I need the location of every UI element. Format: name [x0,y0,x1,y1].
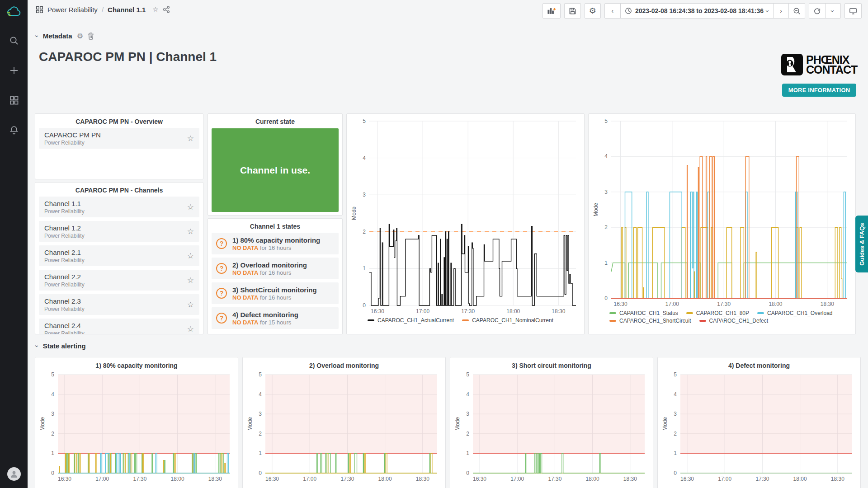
state-item[interactable]: ?4) Defect monitoringNO DATA for 15 hour… [212,307,339,329]
panel-title[interactable]: 1) 80% capacity monitoring [39,360,234,370]
channels-list: Channel 1.1Power Reliability☆Channel 1.2… [39,197,199,334]
list-item[interactable]: CAPAROC PM PNPower Reliability☆ [39,128,199,149]
add-panel-button[interactable] [543,4,560,18]
user-icon [9,469,19,479]
breadcrumb-dashboard[interactable]: Channel 1.1 [108,6,146,14]
svg-text:0: 0 [259,470,262,476]
star-icon[interactable]: ☆ [187,202,194,212]
svg-text:0: 0 [604,295,608,301]
row-delete-button[interactable] [88,33,94,40]
svg-text:17:00: 17:00 [303,476,316,482]
row-title-state-alerting[interactable]: State alerting [43,342,86,350]
panel-title[interactable]: 3) Short circuit monitoring [454,360,649,370]
add-panel-icon [547,7,556,15]
legend-item[interactable]: CAPAROC_CH1_Defect [699,318,769,324]
sidebar-item-search[interactable] [5,32,23,50]
refresh-interval-dropdown[interactable]: › [825,4,840,18]
dashboard-settings-button[interactable]: ⚙ [585,4,600,18]
svg-text:16:30: 16:30 [58,476,71,482]
states-chart[interactable]: 01234516:3017:0017:3018:0018:30Mode [592,117,852,309]
row-settings-button[interactable]: ⚙ [77,32,83,40]
refresh-button[interactable] [809,4,825,18]
app-logo[interactable] [5,5,23,20]
capacity-chart[interactable]: 01234516:3017:0017:3018:0018:30Mode [39,370,234,484]
favorite-star-button[interactable]: ☆ [152,5,158,14]
sidebar-item-dashboards[interactable] [5,91,23,109]
share-button[interactable] [163,6,170,13]
star-icon[interactable]: ☆ [187,324,194,334]
svg-text:1: 1 [466,450,469,456]
list-item[interactable]: Channel 1.2Power Reliability☆ [39,221,199,242]
defect-chart[interactable]: 01234516:3017:0017:3018:0018:30Mode [661,370,857,484]
sidebar-item-create[interactable] [5,61,23,80]
svg-text:17:30: 17:30 [717,301,731,307]
time-shift-forward-button[interactable]: › [773,4,788,18]
panel-title[interactable]: Channel 1 states [212,221,339,233]
current-chart[interactable]: 01234516:3017:0017:3018:0018:30Mode [350,117,580,316]
state-item[interactable]: ?3) ShortCircuit monitoringNO DATA for 1… [212,282,339,304]
header-toolbar: ⚙ ‹ 2023-02-08 16:24:38 to 2023-02-08 18… [542,3,862,19]
guides-faqs-tab[interactable]: Guides & FAQs [855,216,868,272]
svg-text:18:30: 18:30 [416,476,429,482]
svg-text:Mode: Mode [593,203,599,216]
overload-chart[interactable]: 01234516:3017:0017:3018:0018:30Mode [246,370,442,484]
legend-item[interactable]: CAPAROC_CH1_ShortCircuit [609,318,691,324]
panel-channel-states: Channel 1 states ?1) 80% capacity monito… [208,218,343,334]
list-item-text: Channel 2.2Power Reliability [44,273,85,288]
legend-item[interactable]: CAPAROC_CH1_ActualCurrent [368,317,454,324]
time-range-picker[interactable]: 2023-02-08 16:24:38 to 2023-02-08 18:41:… [620,4,773,18]
list-item[interactable]: Channel 1.1Power Reliability☆ [39,197,199,217]
list-item[interactable]: Channel 2.4Power Reliability☆ [39,319,199,334]
collapse-chevron-icon[interactable]: › [33,345,41,347]
list-item[interactable]: Channel 2.3Power Reliability☆ [39,294,199,315]
time-shift-back-button[interactable]: ‹ [605,4,620,18]
svg-text:5: 5 [363,118,366,124]
legend-item[interactable]: CAPAROC_CH1_NominalCurrent [462,317,553,324]
svg-text:3: 3 [259,411,262,417]
row-title-metadata[interactable]: Metadata [43,32,72,40]
legend-item[interactable]: CAPAROC_CH1_Overload [757,310,833,316]
star-icon[interactable]: ☆ [187,251,194,261]
svg-text:2: 2 [604,224,608,230]
star-icon[interactable]: ☆ [187,300,194,310]
state-item[interactable]: ?2) Overload monitoringNO DATA for 16 ho… [212,258,339,279]
panel-title[interactable]: CAPAROC PM PN - Overview [39,117,199,128]
legend-label: CAPAROC_CH1_Defect [709,318,769,324]
svg-text:18:00: 18:00 [586,476,599,482]
shortcircuit-chart[interactable]: 01234516:3017:0017:3018:0018:30Mode [454,370,649,484]
svg-text:4: 4 [674,391,677,398]
more-information-button[interactable]: MORE INFORMATION [782,84,856,97]
sidebar-item-alerting[interactable] [5,121,23,139]
breadcrumb-folder[interactable]: Power Reliability [47,6,98,14]
legend-swatch [462,319,469,321]
legend-swatch [686,312,693,314]
list-item[interactable]: Channel 2.2Power Reliability☆ [39,270,199,291]
list-item[interactable]: Channel 2.1Power Reliability☆ [39,245,199,266]
legend-item[interactable]: CAPAROC_CH1_Status [609,310,678,316]
user-avatar[interactable] [7,467,21,481]
panel-title[interactable]: 4) Defect monitoring [661,360,857,370]
panel-channels: CAPAROC PM PN - Channels Channel 1.1Powe… [35,182,203,334]
save-dashboard-button[interactable] [565,4,580,18]
star-icon[interactable]: ☆ [187,276,194,285]
state-item[interactable]: ?1) 80% capacity monitoringNO DATA for 1… [212,233,339,254]
current-state-text: Channel in use. [240,165,310,176]
svg-text:1: 1 [363,265,366,272]
zoom-out-button[interactable] [788,4,805,18]
svg-text:17:00: 17:00 [665,301,679,307]
collapse-chevron-icon[interactable]: › [33,35,41,37]
panel-title[interactable]: 2) Overload monitoring [246,360,442,370]
panel-title[interactable]: CAPAROC PM PN - Channels [39,185,199,197]
zoom-out-icon [793,7,801,15]
star-icon[interactable]: ☆ [187,227,194,236]
legend-item[interactable]: CAPAROC_CH1_80P [686,310,749,316]
tv-mode-button[interactable] [845,4,861,18]
panel-title[interactable]: Current state [212,117,339,128]
legend-label: CAPAROC_CH1_ActualCurrent [377,317,454,324]
svg-text:Mode: Mode [454,417,461,431]
svg-text:1: 1 [674,450,677,456]
star-icon[interactable]: ☆ [187,134,194,143]
legend-label: CAPAROC_CH1_ShortCircuit [619,318,691,324]
gear-icon: ⚙ [589,6,596,16]
question-circle-icon: ? [216,238,227,249]
